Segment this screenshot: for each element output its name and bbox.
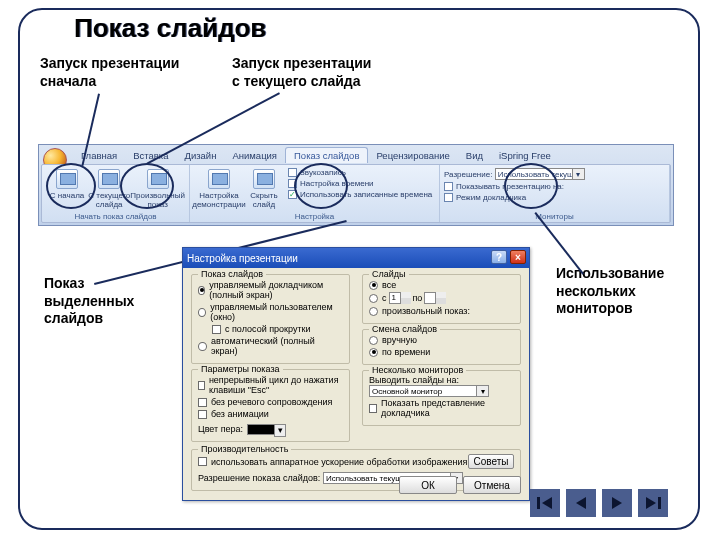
btn-setup-show[interactable]: Настройка демонстрации [194,167,244,209]
radio-presented[interactable]: управляемый докладчиком (полный экран) [198,279,343,301]
ribbon-body: С начала С текущего слайда Произвольный … [41,164,671,223]
group-setup: Настройка демонстрации Скрыть слайд Звук… [190,165,440,222]
dialog-body: Показ слайдов управляемый докладчиком (п… [183,268,529,500]
tips-button[interactable]: Советы [468,454,514,469]
monitor-icon [253,169,275,189]
legend-monitors: Несколько мониторов [369,365,466,375]
tab-design[interactable]: Дизайн [176,148,224,163]
group-label-start: Начать показ слайдов [42,212,189,221]
dialog-title-text: Настройка презентации [187,253,298,264]
group-monitors: Разрешение: Использовать текуще... Показ… [440,165,670,222]
ribbon: Главная Вставка Дизайн Анимация Показ сл… [38,144,674,226]
btn-custom-show[interactable]: Произвольный показ [130,167,185,209]
svg-marker-3 [612,497,622,509]
dropdown-resolution[interactable]: Использовать текуще... [495,168,585,180]
chk-loop[interactable]: непрерывный цикл до нажатия клавиши "Esc… [198,374,343,396]
annot-monitors: Использование нескольких мониторов [556,265,664,318]
nav-prev[interactable] [566,489,596,517]
radio-all[interactable]: все [369,279,514,291]
annot-start-current: Запуск презентации с текущего слайда [232,55,371,90]
chk-no-narration[interactable]: без речевого сопровождения [198,396,343,408]
group-start: С начала С текущего слайда Произвольный … [42,165,190,222]
chk-no-animation[interactable]: без анимации [198,408,343,420]
svg-marker-1 [542,497,552,509]
pen-color-row: Цвет пера: [198,424,343,435]
tab-slideshow[interactable]: Показ слайдов [285,147,368,163]
fs-show-type: Показ слайдов управляемый докладчиком (п… [191,274,350,364]
monitor-icon [98,169,120,189]
nav-buttons [530,489,668,517]
svg-rect-5 [658,497,661,509]
dropdown-monitor[interactable]: Основной монитор [369,385,489,397]
ok-button[interactable]: ОК [399,476,457,494]
btn-from-current[interactable]: С текущего слайда [88,167,130,209]
radio-custom[interactable]: произвольный показ: [369,305,514,317]
row-resolution: Разрешение: Использовать текуще... [444,167,665,181]
chk-presenter-view[interactable]: Режим докладчика [444,192,665,203]
help-button[interactable]: ? [491,250,507,264]
radio-range[interactable]: с1по [369,291,514,305]
cancel-button[interactable]: Отмена [463,476,521,494]
label-show-on: Выводить слайды на: [369,375,514,385]
pen-color-picker[interactable] [247,424,275,435]
monitor-icon [56,169,78,189]
annot-custom-show: Показ выделенных слайдов [44,275,134,328]
radio-manual[interactable]: вручную [369,334,514,346]
dialog-titlebar: Настройка презентации ? × [183,248,529,268]
svg-marker-4 [646,497,656,509]
monitor-icon [208,169,230,189]
group-label-monitors: Мониторы [440,212,669,221]
legend-options: Параметры показа [198,364,283,374]
legend-performance: Производительность [198,444,291,454]
legend-advance: Смена слайдов [369,324,440,334]
nav-next[interactable] [602,489,632,517]
tab-home[interactable]: Главная [73,148,125,163]
monitor-icon [147,169,169,189]
tab-review[interactable]: Рецензирование [368,148,457,163]
spin-from[interactable]: 1 [389,292,411,304]
legend-show-type: Показ слайдов [198,269,266,279]
fs-options: Параметры показа непрерывный цикл до наж… [191,369,350,442]
annot-start-beginning: Запуск презентации сначала [40,55,179,90]
chk-record-narration[interactable]: Звукозапись [288,167,435,178]
tab-animation[interactable]: Анимация [224,148,285,163]
chk-scrollbar[interactable]: с полосой прокрутки [198,323,343,335]
close-button[interactable]: × [510,250,526,264]
radio-timings[interactable]: по времени [369,346,514,358]
spin-to[interactable] [424,292,446,304]
nav-first[interactable] [530,489,560,517]
fs-advance: Смена слайдов вручную по времени [362,329,521,365]
fs-multi-monitor: Несколько мониторов Выводить слайды на: … [362,370,521,426]
nav-last[interactable] [638,489,668,517]
page-title: Показ слайдов [74,13,266,44]
group-label-setup: Настройка [190,212,439,221]
fs-slides: Слайды все с1по произвольный показ: [362,274,521,324]
svg-rect-0 [537,497,540,509]
legend-slides: Слайды [369,269,409,279]
tab-view[interactable]: Вид [458,148,491,163]
svg-marker-2 [576,497,586,509]
chk-use-timings[interactable]: ✓Использовать записанные времена [288,189,435,200]
btn-from-beginning[interactable]: С начала [46,167,88,209]
tab-ispring[interactable]: iSpring Free [491,148,559,163]
row-show-on[interactable]: Показывать презентацию на: [444,181,665,192]
radio-kiosk[interactable]: автоматический (полный экран) [198,335,343,357]
chk-hardware-accel[interactable]: использовать аппаратное ускорение обрабо… [198,456,467,468]
dialog-setup-show: Настройка презентации ? × Показ слайдов … [182,247,530,501]
chk-rehearse[interactable]: Настройка времени [288,178,435,189]
btn-hide-slide[interactable]: Скрыть слайд [244,167,284,209]
chk-presenter-view-dlg[interactable]: Показать представление докладчика [369,397,514,419]
dialog-buttons: ОК Отмена [399,476,521,494]
radio-browsed[interactable]: управляемый пользователем (окно) [198,301,343,323]
